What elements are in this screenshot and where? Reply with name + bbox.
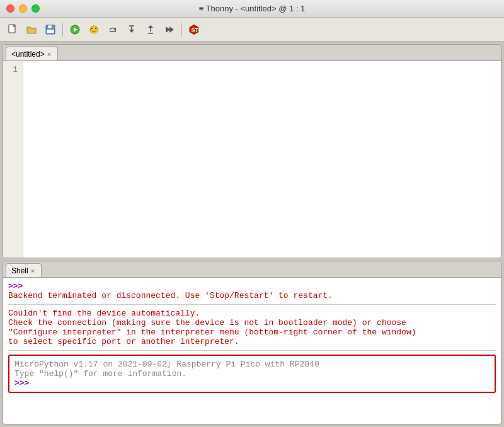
shell-infobox-prompt: >>>	[14, 379, 490, 388]
shell-divider-1	[8, 304, 496, 305]
toolbar-separator-2	[181, 23, 182, 37]
svg-marker-18	[169, 26, 174, 33]
step-out-icon	[145, 24, 156, 35]
new-icon	[7, 24, 18, 35]
shell-line-1: Backend terminated or disconnected. Use …	[8, 291, 496, 300]
editor-tabs: <untitled> ×	[3, 45, 501, 61]
shell-tab-close[interactable]: ×	[31, 267, 35, 275]
step-out-button[interactable]	[142, 21, 159, 38]
step-over-button[interactable]	[104, 21, 122, 38]
shell-body[interactable]: >>> Backend terminated or disconnected. …	[3, 278, 501, 424]
open-icon	[26, 24, 37, 35]
line-numbers: 1	[3, 61, 23, 258]
svg-rect-2	[48, 25, 52, 28]
save-button[interactable]	[42, 21, 59, 38]
editor-content[interactable]	[23, 61, 501, 258]
step-into-icon	[126, 24, 137, 35]
shell-tab-label: Shell	[11, 266, 28, 275]
shell-prompt-2: >>>	[14, 379, 29, 388]
step-into-button[interactable]	[123, 21, 140, 38]
shell-line-4: Check the connection (making sure the de…	[8, 318, 496, 327]
debug-icon	[88, 24, 100, 35]
resume-icon	[164, 24, 175, 35]
shell-tabs: Shell ×	[3, 261, 501, 278]
svg-rect-3	[47, 30, 54, 33]
run-icon	[69, 24, 81, 35]
shell-prompt-1: >>>	[8, 282, 23, 291]
shell-divider-2	[8, 350, 496, 351]
stop-icon: STOP	[188, 24, 200, 35]
svg-text:STOP: STOP	[192, 27, 200, 33]
svg-marker-15	[148, 25, 153, 28]
toolbar: STOP	[0, 18, 504, 42]
editor-tab-untitled[interactable]: <untitled> ×	[6, 47, 58, 60]
save-icon	[45, 24, 56, 35]
editor-tab-close[interactable]: ×	[47, 50, 51, 58]
resume-button[interactable]	[161, 21, 178, 38]
main-content: <untitled> × 1 Shell × >>> Backend termi…	[0, 42, 504, 427]
shell-info-box: MicroPython v1.17 on 2021-09-02; Raspber…	[8, 355, 496, 393]
editor-area: <untitled> × 1	[3, 44, 501, 258]
svg-marker-17	[166, 26, 170, 33]
new-button[interactable]	[4, 21, 21, 38]
shell-infobox-line2: Type "help()" for more information.	[14, 369, 490, 379]
shell-area: Shell × >>> Backend terminated or discon…	[3, 261, 501, 424]
minimize-button[interactable]	[19, 4, 27, 13]
window-title: ≡ Thonny - <untitled> @ 1 : 1	[199, 4, 306, 13]
toolbar-separator-1	[62, 23, 63, 37]
stop-button[interactable]: STOP	[185, 21, 203, 38]
svg-point-8	[95, 27, 96, 28]
maximize-button[interactable]	[32, 4, 40, 13]
run-button[interactable]	[66, 21, 84, 38]
shell-line-prompt1: >>>	[8, 282, 496, 291]
svg-marker-12	[129, 30, 134, 33]
shell-tab[interactable]: Shell ×	[6, 263, 42, 277]
shell-line-6: to select specific port or another inter…	[8, 337, 496, 346]
editor-body: 1	[3, 61, 501, 258]
shell-line-3: Couldn't find the device automatically.	[8, 309, 496, 318]
traffic-lights	[6, 4, 40, 13]
titlebar: ≡ Thonny - <untitled> @ 1 : 1	[0, 0, 504, 18]
svg-point-7	[91, 27, 93, 28]
svg-point-6	[90, 26, 98, 33]
line-number-1: 1	[6, 65, 18, 74]
step-over-icon	[107, 24, 118, 35]
editor-tab-label: <untitled>	[11, 50, 45, 59]
open-button[interactable]	[23, 21, 40, 38]
close-button[interactable]	[6, 4, 14, 13]
shell-line-5: "Configure interpreter" in the interpret…	[8, 327, 496, 337]
debug-button[interactable]	[85, 21, 103, 38]
shell-infobox-line1: MicroPython v1.17 on 2021-09-02; Raspber…	[14, 360, 490, 369]
